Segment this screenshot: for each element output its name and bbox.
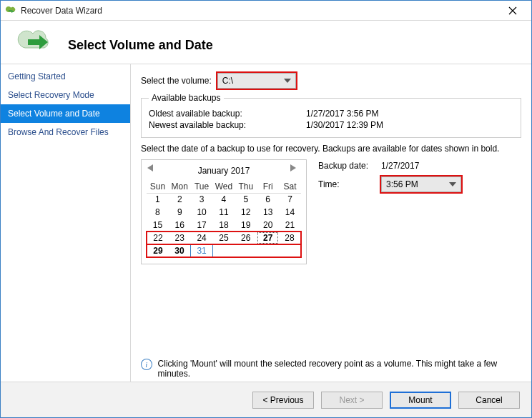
calendar-day[interactable]: 28 [279, 232, 301, 244]
calendar-day[interactable]: 20 [257, 219, 279, 232]
backup-date-value: 1/27/2017 [381, 161, 419, 171]
calendar-day[interactable]: 26 [235, 232, 257, 244]
time-select[interactable]: 3:56 PM [381, 176, 461, 192]
available-backups-legend: Available backups [149, 93, 224, 103]
calendar[interactable]: January 2017 SunMonTueWedThuFriSat123456… [141, 159, 307, 264]
time-label: Time: [318, 179, 381, 189]
volume-value: C:\ [222, 76, 233, 86]
calendar-dow: Thu [235, 180, 257, 193]
calendar-day[interactable]: 4 [213, 193, 235, 206]
calendar-prev-month[interactable] [147, 164, 157, 171]
calendar-dow: Sun [147, 180, 169, 193]
calendar-day[interactable]: 2 [169, 193, 191, 206]
wizard-step[interactable]: Getting Started [1, 67, 130, 86]
calendar-next-month[interactable] [290, 164, 300, 171]
cloud-recover-icon [12, 24, 58, 56]
close-button[interactable] [498, 2, 527, 19]
chevron-down-icon [449, 182, 456, 186]
calendar-day[interactable]: 6 [257, 193, 279, 206]
info-icon: i [141, 359, 152, 370]
next-button: Next > [321, 392, 383, 409]
calendar-day[interactable]: 19 [235, 219, 257, 232]
oldest-backup-label: Oldest available backup: [149, 109, 306, 119]
calendar-day[interactable]: 15 [147, 219, 169, 232]
calendar-day[interactable]: 17 [191, 219, 213, 232]
wizard-step[interactable]: Browse And Recover Files [1, 123, 130, 141]
info-text: Clicking 'Mount' will mount the selected… [158, 359, 521, 379]
info-note: i Clicking 'Mount' will mount the select… [141, 359, 521, 379]
calendar-day[interactable]: 3 [191, 193, 213, 206]
calendar-day[interactable]: 25 [213, 232, 235, 244]
window-title: Recover Data Wizard [21, 6, 498, 16]
content-pane: Select the volume: C:\ Available backups… [131, 64, 531, 382]
oldest-backup-value: 1/27/2017 3:56 PM [306, 109, 378, 119]
mount-button[interactable]: Mount [390, 392, 451, 409]
calendar-day[interactable]: 8 [147, 206, 169, 219]
calendar-day[interactable]: 1 [147, 193, 169, 206]
calendar-dow: Fri [257, 180, 279, 193]
calendar-day[interactable]: 30 [169, 244, 191, 257]
calendar-dow: Sat [279, 180, 301, 193]
backup-date-label: Backup date: [318, 161, 381, 171]
calendar-day[interactable]: 21 [279, 219, 301, 232]
calendar-day[interactable]: 14 [279, 206, 301, 219]
calendar-day[interactable]: 23 [169, 232, 191, 244]
cancel-button[interactable]: Cancel [458, 392, 520, 409]
wizard-steps-nav: Getting StartedSelect Recovery ModeSelec… [1, 64, 131, 382]
calendar-day[interactable]: 24 [191, 232, 213, 244]
calendar-dow: Wed [213, 180, 235, 193]
recover-data-wizard-window: Recover Data Wizard Select Volume and Da… [0, 0, 532, 418]
app-icon [5, 5, 16, 16]
wizard-footer: < Previous Next > Mount Cancel [1, 382, 531, 417]
newest-backup-label: Newest available backup: [149, 120, 306, 130]
available-backups-group: Available backups Oldest available backu… [141, 93, 521, 138]
chevron-down-icon [284, 79, 291, 83]
previous-button[interactable]: < Previous [252, 392, 314, 409]
calendar-day[interactable]: 31 [191, 244, 213, 257]
calendar-dow: Mon [169, 180, 191, 193]
instruction-text: Select the date of a backup to use for r… [141, 144, 521, 154]
newest-backup-value: 1/30/2017 12:39 PM [306, 120, 383, 130]
calendar-day[interactable]: 29 [147, 244, 169, 257]
calendar-day[interactable]: 7 [279, 193, 301, 206]
calendar-day[interactable]: 10 [191, 206, 213, 219]
wizard-step[interactable]: Select Volume and Date [1, 104, 130, 123]
titlebar: Recover Data Wizard [1, 1, 531, 21]
calendar-month-label: January 2017 [198, 166, 250, 176]
calendar-day [257, 244, 279, 257]
wizard-header: Select Volume and Date [1, 21, 531, 64]
calendar-day[interactable]: 27 [257, 232, 279, 244]
volume-select[interactable]: C:\ [217, 73, 296, 89]
page-heading: Select Volume and Date [68, 38, 213, 53]
calendar-day[interactable]: 11 [213, 206, 235, 219]
volume-label: Select the volume: [141, 76, 212, 86]
calendar-day[interactable]: 18 [213, 219, 235, 232]
time-value: 3:56 PM [386, 179, 418, 189]
calendar-day [213, 244, 235, 257]
calendar-day[interactable]: 12 [235, 206, 257, 219]
calendar-day [235, 244, 257, 257]
calendar-day[interactable]: 9 [169, 206, 191, 219]
wizard-step[interactable]: Select Recovery Mode [1, 86, 130, 104]
calendar-day[interactable]: 22 [147, 232, 169, 244]
calendar-day[interactable]: 5 [235, 193, 257, 206]
calendar-day [279, 244, 301, 257]
calendar-day[interactable]: 13 [257, 206, 279, 219]
calendar-day[interactable]: 16 [169, 219, 191, 232]
calendar-dow: Tue [191, 180, 213, 193]
